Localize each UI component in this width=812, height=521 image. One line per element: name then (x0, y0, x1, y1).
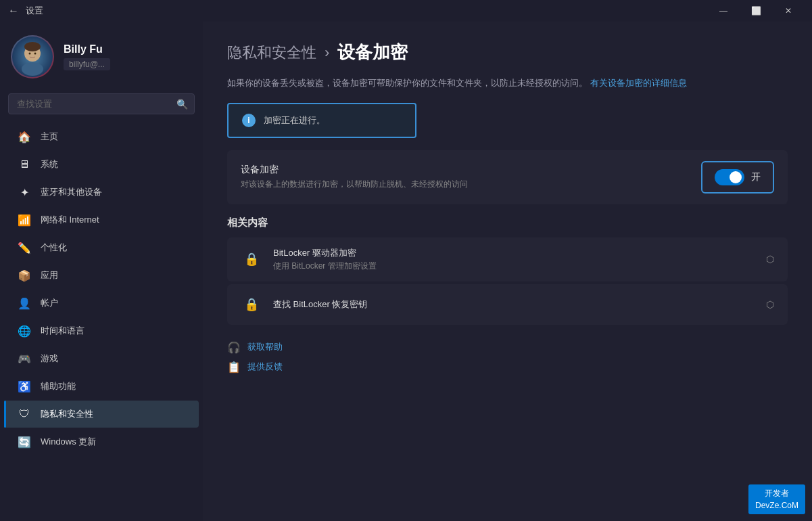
device-encrypt-title: 设备加密 (241, 164, 468, 176)
sidebar-item-gaming[interactable]: 🎮 游戏 (4, 345, 199, 372)
watermark-line2: DevZe.CoM (755, 499, 798, 512)
home-icon: 🏠 (18, 130, 31, 143)
titlebar-title: 设置 (26, 5, 43, 17)
svg-point-5 (34, 53, 37, 55)
windows_update-icon: 🔄 (18, 435, 31, 449)
desc-link[interactable]: 有关设备加密的详细信息 (590, 78, 687, 88)
nav-list: 🏠 主页 🖥 系统 ✦ 蓝牙和其他设备 📶 网络和 Internet ✏️ 个性… (0, 122, 203, 514)
sidebar-item-system[interactable]: 🖥 系统 (4, 151, 199, 178)
personalization-icon: ✏️ (18, 241, 31, 254)
system-icon: 🖥 (18, 158, 31, 171)
network-icon: 📶 (18, 213, 31, 227)
bluetooth-icon: ✦ (18, 185, 31, 199)
sidebar-item-label-gaming: 游戏 (41, 353, 58, 365)
apps-icon: 📦 (18, 269, 31, 282)
svg-point-3 (24, 42, 41, 51)
bottom-link-help[interactable]: 🎧 获取帮助 (227, 341, 788, 354)
related-item-recovery_key[interactable]: 🔒 查找 BitLocker 恢复密钥 ⬡ (227, 284, 788, 325)
accounts-icon: 👤 (18, 296, 31, 310)
recovery_key-info: 查找 BitLocker 恢复密钥 (273, 298, 755, 311)
minimize-button[interactable]: — (708, 0, 739, 22)
sidebar: Billy Fu billyfu@... 🔍 🏠 主页 🖥 系统 ✦ 蓝牙和其他… (0, 22, 203, 521)
back-button[interactable]: ← (8, 5, 19, 17)
sidebar-item-windows_update[interactable]: 🔄 Windows 更新 (4, 428, 199, 455)
toggle-label: 开 (751, 171, 761, 183)
breadcrumb-current: 设备加密 (337, 41, 408, 64)
sidebar-item-label-home: 主页 (41, 131, 58, 143)
sidebar-item-bluetooth[interactable]: ✦ 蓝牙和其他设备 (4, 179, 199, 206)
encrypt-notice: i 加密正在进行。 (227, 103, 416, 138)
avatar (11, 35, 54, 78)
sidebar-item-label-accounts: 帐户 (41, 297, 58, 309)
titlebar-controls: — ⬜ ✕ (708, 0, 804, 22)
sidebar-item-accessibility[interactable]: ♿ 辅助功能 (4, 373, 199, 400)
sidebar-item-network[interactable]: 📶 网络和 Internet (4, 206, 199, 233)
related-item-bitlocker[interactable]: 🔒 BitLocker 驱动器加密 使用 BitLocker 管理加密设置 ⬡ (227, 237, 788, 281)
feedback-icon: 📋 (227, 361, 241, 373)
time-icon: 🌐 (18, 324, 31, 338)
sidebar-item-label-windows_update: Windows 更新 (41, 436, 96, 448)
device-encrypt-info: 设备加密 对该设备上的数据进行加密，以帮助防止脱机、未经授权的访问 (241, 164, 468, 190)
device-encrypt-desc: 对该设备上的数据进行加密，以帮助防止脱机、未经授权的访问 (241, 179, 468, 190)
desc-text: 如果你的设备丢失或被盗，设备加密可帮助保护你的文件和文件夹，以防止未经授权的访问… (227, 78, 588, 88)
user-email: billyfu@... (64, 58, 110, 70)
app-body: Billy Fu billyfu@... 🔍 🏠 主页 🖥 系统 ✦ 蓝牙和其他… (0, 22, 812, 521)
section-title: 相关内容 (227, 217, 788, 229)
page-description: 如果你的设备丢失或被盗，设备加密可帮助保护你的文件和文件夹，以防止未经授权的访问… (227, 76, 788, 91)
svg-point-1 (22, 62, 43, 76)
search-input[interactable] (8, 93, 195, 114)
sidebar-item-label-apps: 应用 (41, 269, 58, 281)
toggle-knob (730, 171, 742, 183)
user-name: Billy Fu (64, 43, 110, 55)
sidebar-item-apps[interactable]: 📦 应用 (4, 262, 199, 289)
user-profile[interactable]: Billy Fu billyfu@... (0, 22, 203, 89)
feedback-label: 提供反馈 (247, 361, 283, 373)
sidebar-item-label-privacy: 隐私和安全性 (41, 408, 93, 420)
sidebar-item-label-bluetooth: 蓝牙和其他设备 (41, 186, 102, 198)
bottom-link-feedback[interactable]: 📋 提供反馈 (227, 361, 788, 373)
sidebar-item-home[interactable]: 🏠 主页 (4, 123, 199, 150)
breadcrumb-parent[interactable]: 隐私和安全性 (227, 43, 316, 63)
search-icon: 🔍 (176, 99, 188, 110)
titlebar: ← 设置 — ⬜ ✕ (0, 0, 812, 22)
recovery_key-icon: 🔒 (241, 294, 262, 315)
sidebar-item-label-personalization: 个性化 (41, 242, 67, 254)
device-encrypt-row: 设备加密 对该设备上的数据进行加密，以帮助防止脱机、未经授权的访问 开 (227, 150, 788, 204)
sidebar-item-label-accessibility: 辅助功能 (41, 380, 76, 392)
external-link-icon: ⬡ (766, 299, 774, 310)
watermark-line1: 开发者 (755, 487, 798, 499)
recovery_key-title: 查找 BitLocker 恢复密钥 (273, 298, 755, 311)
sidebar-item-personalization[interactable]: ✏️ 个性化 (4, 234, 199, 261)
accessibility-icon: ♿ (18, 380, 31, 393)
help-label: 获取帮助 (247, 341, 283, 353)
restore-button[interactable]: ⬜ (740, 0, 771, 22)
privacy-icon: 🛡 (18, 407, 31, 421)
user-info: Billy Fu billyfu@... (64, 43, 110, 70)
gaming-icon: 🎮 (18, 352, 31, 365)
sidebar-item-label-time: 时间和语言 (41, 325, 85, 337)
bitlocker-desc: 使用 BitLocker 管理加密设置 (273, 260, 755, 272)
svg-point-4 (29, 53, 31, 55)
sidebar-item-accounts[interactable]: 👤 帐户 (4, 290, 199, 317)
search-box[interactable]: 🔍 (8, 93, 195, 114)
encrypt-notice-text: 加密正在进行。 (264, 114, 325, 127)
bitlocker-title: BitLocker 驱动器加密 (273, 247, 755, 259)
breadcrumb: 隐私和安全性 › 设备加密 (227, 41, 788, 64)
close-button[interactable]: ✕ (773, 0, 804, 22)
sidebar-item-privacy[interactable]: 🛡 隐私和安全性 (4, 401, 199, 428)
breadcrumb-separator: › (325, 44, 329, 62)
bottom-links: 🎧 获取帮助 📋 提供反馈 (227, 341, 788, 373)
external-link-icon: ⬡ (766, 254, 774, 265)
sidebar-item-label-network: 网络和 Internet (41, 214, 99, 226)
bitlocker-info: BitLocker 驱动器加密 使用 BitLocker 管理加密设置 (273, 247, 755, 272)
toggle-wrap[interactable]: 开 (701, 161, 774, 194)
sidebar-item-time[interactable]: 🌐 时间和语言 (4, 317, 199, 344)
watermark: 开发者 DevZe.CoM (748, 484, 805, 514)
device-encrypt-toggle[interactable] (715, 169, 744, 185)
sidebar-item-label-system: 系统 (41, 158, 58, 171)
info-icon: i (242, 114, 256, 127)
main-content: 隐私和安全性 › 设备加密 如果你的设备丢失或被盗，设备加密可帮助保护你的文件和… (203, 22, 812, 521)
bitlocker-icon: 🔒 (241, 248, 262, 270)
related-section: 相关内容 🔒 BitLocker 驱动器加密 使用 BitLocker 管理加密… (227, 217, 788, 325)
help-icon: 🎧 (227, 341, 241, 354)
